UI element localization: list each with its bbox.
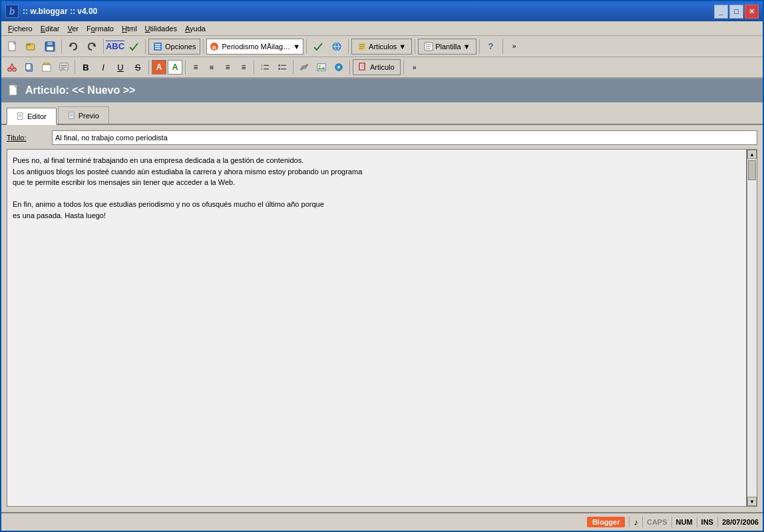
opciones-label: Opciones bbox=[165, 43, 196, 51]
paste-button[interactable] bbox=[39, 60, 55, 74]
opciones-button[interactable]: Opciones bbox=[148, 39, 200, 55]
body-textarea[interactable] bbox=[7, 149, 747, 507]
help-button[interactable]: ? bbox=[482, 39, 500, 55]
menu-editar[interactable]: Editar bbox=[37, 23, 64, 34]
align-justify-button[interactable]: ≡ bbox=[236, 60, 251, 74]
cut-button[interactable] bbox=[4, 60, 20, 74]
menu-ver[interactable]: Ver bbox=[63, 23, 83, 34]
date-status: 28/07/2006 bbox=[722, 518, 759, 526]
vertical-scrollbar[interactable]: ▲ ▼ bbox=[747, 149, 757, 507]
article-header-icon bbox=[8, 84, 20, 96]
num-label: NUM bbox=[676, 518, 693, 526]
link-button[interactable] bbox=[296, 60, 312, 74]
separator bbox=[415, 39, 415, 54]
titlebar-controls: _ □ ✕ bbox=[714, 5, 759, 19]
unordered-list-button[interactable] bbox=[274, 60, 290, 74]
article-header-text: Articulo: << Nuevo >> bbox=[25, 84, 135, 96]
svg-point-47 bbox=[319, 65, 321, 68]
svg-point-44 bbox=[278, 68, 280, 70]
scroll-track[interactable] bbox=[747, 159, 757, 497]
music-icon: ♪ bbox=[634, 517, 638, 527]
articulos-label: Articulos bbox=[369, 43, 397, 51]
svg-rect-5 bbox=[47, 47, 53, 51]
backcolor-button[interactable]: A bbox=[168, 60, 182, 74]
globe-button[interactable] bbox=[328, 39, 345, 55]
separator bbox=[349, 60, 350, 74]
toolbar-formatting: B I U S A A ≡ ≡ ≡ ≡ 1.2. Articulo bbox=[1, 57, 763, 78]
forecolor-button[interactable]: A bbox=[152, 60, 166, 74]
underline-button[interactable]: U bbox=[112, 60, 128, 74]
bold-button[interactable]: B bbox=[78, 60, 94, 74]
separator bbox=[148, 60, 149, 74]
app-icon: b bbox=[5, 5, 19, 18]
toolbar-main: ABC Opciones B Periodismo MÄilag… ▼ Arti… bbox=[1, 36, 763, 57]
maximize-button[interactable]: □ bbox=[729, 5, 743, 19]
image-button[interactable] bbox=[313, 60, 329, 74]
blog-selector[interactable]: B Periodismo MÄilag… ▼ bbox=[206, 39, 303, 55]
caps-label: CAPS bbox=[647, 518, 668, 526]
svg-text:B: B bbox=[213, 45, 217, 51]
menu-formato[interactable]: Formato bbox=[83, 23, 118, 34]
svg-point-42 bbox=[278, 65, 280, 66]
menu-fichero[interactable]: Fichero bbox=[4, 23, 37, 34]
separator bbox=[185, 60, 186, 74]
media-button[interactable] bbox=[331, 60, 347, 74]
quote-button[interactable] bbox=[56, 60, 72, 74]
tab-previo[interactable]: Previo bbox=[58, 106, 109, 124]
date-label: 28/07/2006 bbox=[722, 518, 759, 526]
new-button[interactable] bbox=[4, 39, 21, 55]
more-button[interactable]: » bbox=[506, 39, 523, 55]
save-button[interactable] bbox=[41, 39, 59, 55]
scroll-up[interactable]: ▲ bbox=[747, 150, 757, 159]
undo-button[interactable] bbox=[65, 39, 82, 55]
menu-ayuda[interactable]: Ayuda bbox=[181, 23, 210, 34]
ordered-list-button[interactable]: 1.2. bbox=[257, 60, 273, 74]
align-center-button[interactable]: ≡ bbox=[204, 60, 219, 74]
separator bbox=[61, 39, 62, 54]
strike-button[interactable]: S bbox=[130, 60, 146, 74]
separator bbox=[502, 39, 503, 54]
separator bbox=[479, 39, 480, 54]
open-button[interactable] bbox=[23, 39, 40, 55]
italic-button[interactable]: I bbox=[95, 60, 111, 74]
svg-rect-30 bbox=[26, 64, 31, 70]
titulo-input[interactable] bbox=[52, 130, 757, 145]
svg-text:1.: 1. bbox=[261, 64, 264, 67]
menu-utilidades[interactable]: Utilidades bbox=[141, 23, 181, 34]
align-left-button[interactable]: ≡ bbox=[188, 60, 203, 74]
main-window: b :: w.bloggar :: v4.00 _ □ ✕ Fichero Ed… bbox=[0, 0, 764, 532]
spell-button[interactable]: ABC bbox=[106, 39, 124, 55]
spell2-button[interactable] bbox=[125, 39, 142, 55]
title-row: Titulo: bbox=[7, 130, 757, 145]
align-right-button[interactable]: ≡ bbox=[220, 60, 235, 74]
menu-html[interactable]: Html bbox=[118, 23, 141, 34]
ins-status: INS bbox=[701, 518, 713, 526]
articulos-button[interactable]: Articulos ▼ bbox=[351, 39, 412, 55]
articulo-publish-button[interactable]: Articulo bbox=[353, 59, 401, 75]
svg-rect-32 bbox=[43, 65, 51, 72]
editor-area: ▲ ▼ bbox=[7, 149, 757, 507]
minimize-button[interactable]: _ bbox=[714, 5, 728, 19]
blogger-status: Blogger bbox=[587, 517, 626, 527]
svg-text:2.: 2. bbox=[261, 67, 264, 70]
plantilla-button[interactable]: Plantilla ▼ bbox=[418, 39, 476, 55]
more-formatting-button[interactable]: » bbox=[407, 60, 423, 74]
articulo-label: Articulo bbox=[370, 63, 395, 71]
scroll-thumb[interactable] bbox=[748, 160, 756, 180]
svg-rect-46 bbox=[317, 64, 325, 71]
check-button[interactable] bbox=[309, 39, 327, 55]
separator bbox=[103, 39, 104, 54]
tab-editor[interactable]: Editor bbox=[7, 108, 57, 125]
titulo-label: Titulo: bbox=[7, 134, 47, 142]
close-button[interactable]: ✕ bbox=[745, 5, 759, 19]
separator bbox=[75, 60, 75, 74]
scroll-down[interactable]: ▼ bbox=[747, 497, 757, 506]
plantilla-label: Plantilla bbox=[435, 43, 461, 51]
redo-button[interactable] bbox=[83, 39, 100, 55]
copy-button[interactable] bbox=[21, 60, 37, 74]
music-status: ♪ bbox=[634, 517, 638, 527]
svg-rect-50 bbox=[359, 63, 365, 70]
separator bbox=[293, 60, 293, 74]
article-header: Articulo: << Nuevo >> bbox=[1, 78, 763, 102]
separator bbox=[306, 39, 307, 54]
